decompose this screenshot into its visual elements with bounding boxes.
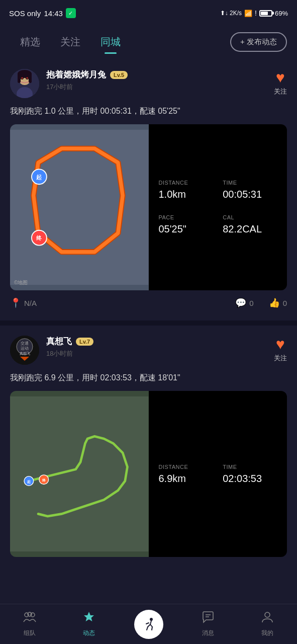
svg-text:终: 终: [36, 235, 42, 241]
svg-text:终: 终: [42, 478, 46, 482]
follow-label-2: 关注: [274, 354, 287, 363]
bottom-nav: 组队 动态 消息: [0, 604, 297, 644]
like-icon-1: 👍: [269, 297, 280, 308]
post-header-1: 抱着嫦娥烤月兔 Lv.5 17小时前 ♥ 关注: [10, 69, 287, 98]
nav-team-label: 组队: [24, 629, 36, 637]
stat-distance-2: DISTANCE 6.9km: [159, 464, 213, 485]
stats-row-1-pace-cal: PACE 05'25" CAL 82.2CAL: [159, 214, 277, 235]
post-text-2: 我刚跑完 6.9 公里，用时 02:03:53，配速 18'01": [10, 372, 287, 384]
run-center-button[interactable]: [134, 610, 163, 639]
location-item-1: 📍 N/A: [10, 297, 37, 308]
stat-distance-1: DISTANCE 1.0km: [159, 180, 213, 200]
stat-time-value-2: 02:03:53: [223, 473, 277, 485]
stat-time-value-1: 00:05:31: [223, 189, 277, 200]
wifi-icon: 📶: [244, 10, 252, 17]
stat-distance-label-1: DISTANCE: [159, 180, 213, 186]
stat-cal-1: CAL 82.2CAL: [223, 214, 277, 235]
svg-text:起: 起: [36, 174, 42, 180]
nav-feed-label: 动态: [83, 629, 95, 637]
svg-marker-31: [84, 612, 94, 621]
post-user-info-2: 真想飞 Lv.7 18小时前: [46, 336, 274, 358]
post-time-2: 18小时前: [46, 349, 274, 358]
nav-message-label: 消息: [202, 629, 214, 637]
signal-icon: ⬆↓ 2K/s: [220, 10, 242, 17]
svg-text:真想飞: 真想飞: [20, 352, 30, 356]
comment-icon-1: 💬: [235, 297, 246, 308]
stat-pace-value-1: 05'25": [159, 223, 213, 235]
svg-point-9: [27, 77, 28, 79]
svg-rect-7: [29, 73, 32, 83]
svg-point-8: [22, 77, 23, 79]
location-icon-1: 📍: [10, 297, 21, 308]
status-bar: SOS only 14:43 ✓ ⬆↓ 2K/s 📶 ! 69%: [0, 0, 297, 25]
stat-distance-value-2: 6.9km: [159, 473, 213, 485]
username-row-2: 真想飞 Lv.7: [46, 336, 274, 347]
stats-section-1: DISTANCE 1.0km TIME 00:05:31 PACE 05'25"…: [149, 124, 287, 290]
heart-icon-2: ♥: [276, 336, 285, 353]
follow-label-1: 关注: [274, 87, 287, 96]
battery-indicator: [259, 10, 272, 17]
svg-point-35: [265, 612, 270, 617]
stat-pace-label-1: PACE: [159, 214, 213, 220]
nav-tabs: 精选 关注 同城 + 发布动态: [0, 25, 297, 59]
svg-text:运动: 运动: [21, 346, 29, 351]
svg-rect-6: [18, 73, 21, 83]
stat-distance-label-2: DISTANCE: [159, 464, 213, 470]
status-left: SOS only 14:43 ✓: [9, 8, 76, 18]
post-card-2: 交通 运动 真想飞 真想飞 Lv.7 18小时前 ♥ 关注 我刚跑完 6.9 公…: [0, 326, 297, 557]
username-1: 抱着嫦娥烤月兔: [46, 69, 106, 80]
post-card-1: 抱着嫦娥烤月兔 Lv.5 17小时前 ♥ 关注 我刚跑完 1.0 公里，用时 0…: [0, 59, 297, 315]
svg-text:起: 起: [27, 479, 31, 484]
username-2: 真想飞: [46, 336, 72, 347]
divider-1: [0, 320, 297, 326]
nav-mine[interactable]: 我的: [238, 611, 297, 637]
username-row-1: 抱着嫦娥烤月兔 Lv.5: [46, 69, 274, 80]
tab-local[interactable]: 同城: [90, 31, 131, 53]
nav-mine-label: 我的: [261, 629, 273, 637]
post-footer-1: 📍 N/A 💬 0 👍 0: [10, 290, 287, 315]
team-icon: [23, 611, 36, 627]
svg-rect-23: [10, 396, 149, 551]
map-label-1: ©地图: [14, 279, 28, 286]
follow-button-1[interactable]: ♥ 关注: [274, 69, 287, 96]
stat-distance-value-1: 1.0km: [159, 189, 213, 200]
stats-section-2: DISTANCE 6.9km TIME 02:03:53: [149, 391, 287, 557]
tab-following[interactable]: 关注: [50, 31, 90, 53]
stat-pace-1: PACE 05'25": [159, 214, 213, 235]
heart-icon-1: ♥: [276, 69, 285, 86]
activity-card-1: 起 终 ©地图 DISTANCE 1.0km TIME 00:05:31: [10, 124, 287, 290]
svg-text:交通: 交通: [21, 341, 29, 346]
nav-message[interactable]: 消息: [178, 611, 238, 637]
wechat-icon: ✓: [66, 8, 76, 18]
level-badge-1: Lv.5: [110, 71, 128, 79]
tab-featured[interactable]: 精选: [10, 31, 50, 53]
post-text-1: 我刚跑完 1.0 公里，用时 00:05:31，配速 05'25": [10, 105, 287, 117]
star-icon: [82, 611, 95, 627]
comment-item-1[interactable]: 💬 0: [235, 297, 253, 308]
map-section-2: 起 终: [10, 391, 149, 557]
svg-rect-10: [10, 130, 149, 285]
time-text: 14:43: [44, 9, 63, 18]
stats-row-2-distance-time: DISTANCE 6.9km TIME 02:03:53: [159, 464, 277, 485]
post-header-2: 交通 运动 真想飞 真想飞 Lv.7 18小时前 ♥ 关注: [10, 336, 287, 365]
battery-text: 69%: [275, 10, 288, 17]
user-icon: [261, 611, 274, 627]
avatar-1[interactable]: [10, 69, 39, 98]
stat-time-label-2: TIME: [223, 464, 277, 470]
location-text-1: N/A: [24, 299, 37, 307]
like-count-1: 0: [283, 299, 287, 307]
post-user-info-1: 抱着嫦娥烤月兔 Lv.5 17小时前: [46, 69, 274, 92]
follow-button-2[interactable]: ♥ 关注: [274, 336, 287, 363]
avatar-2[interactable]: 交通 运动 真想飞: [10, 336, 39, 365]
nav-team[interactable]: 组队: [0, 611, 59, 637]
comment-count-1: 0: [249, 299, 253, 307]
publish-button[interactable]: + 发布动态: [230, 32, 287, 52]
alert-icon: !: [255, 9, 257, 17]
stat-time-1: TIME 00:05:31: [223, 180, 277, 200]
like-item-1[interactable]: 👍 0: [269, 297, 287, 308]
nav-feed[interactable]: 动态: [59, 611, 119, 637]
stat-cal-value-1: 82.2CAL: [223, 223, 277, 235]
nav-run-center[interactable]: [119, 610, 178, 639]
battery-icon: [259, 10, 272, 17]
status-right: ⬆↓ 2K/s 📶 ! 69%: [220, 9, 288, 17]
